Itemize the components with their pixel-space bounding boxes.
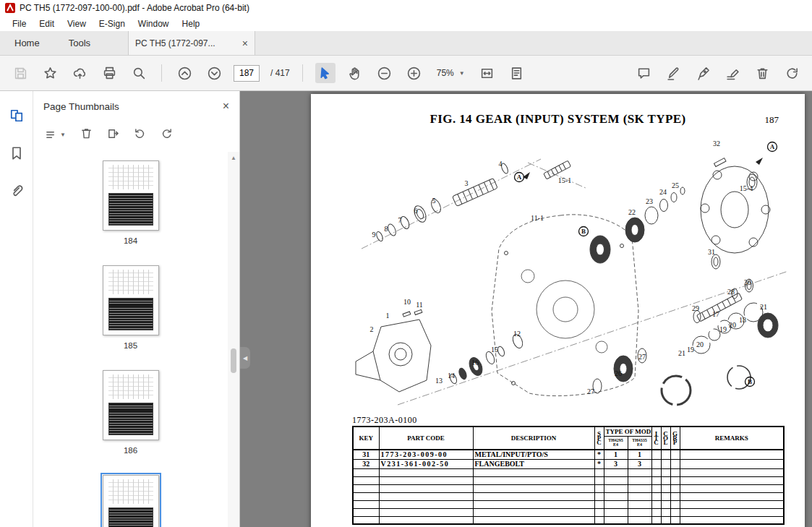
main-area: Page Thumbnails × ▼ bbox=[0, 91, 812, 527]
thumbnails-panel-title: Page Thumbnails bbox=[43, 101, 119, 112]
page-thumbnails-panel-icon[interactable] bbox=[7, 106, 27, 126]
svg-text:8: 8 bbox=[385, 225, 388, 233]
thumbnail-image[interactable] bbox=[103, 370, 159, 440]
select-tool-button[interactable] bbox=[315, 63, 336, 83]
thumbnail-scrollbar[interactable]: ▲ bbox=[228, 152, 239, 527]
tab-close-icon[interactable]: × bbox=[242, 38, 248, 49]
panel-collapse-handle[interactable]: ◀ bbox=[240, 347, 250, 369]
svg-text:11-1: 11-1 bbox=[531, 214, 544, 222]
svg-text:15: 15 bbox=[491, 346, 498, 354]
menu-edit[interactable]: Edit bbox=[33, 19, 61, 29]
svg-text:3: 3 bbox=[465, 179, 469, 187]
window-title: PC TH5 (1772-097-100-00).pdf - Adobe Acr… bbox=[20, 3, 249, 13]
thumbnail-image[interactable] bbox=[103, 475, 159, 527]
page-number-input[interactable] bbox=[234, 65, 260, 82]
menu-view[interactable]: View bbox=[61, 19, 93, 29]
svg-text:1: 1 bbox=[386, 312, 390, 320]
rotate-counterclockwise-button[interactable] bbox=[134, 127, 146, 142]
thumbnail-options-button[interactable]: ▼ bbox=[45, 129, 66, 141]
svg-text:17: 17 bbox=[712, 310, 719, 318]
thumbnail-diagram-sketch bbox=[108, 479, 153, 504]
thumbnail-label: 185 bbox=[124, 341, 137, 350]
svg-text:19: 19 bbox=[719, 325, 727, 333]
svg-text:10: 10 bbox=[403, 298, 411, 306]
panel-close-icon[interactable]: × bbox=[223, 100, 229, 113]
chevron-down-icon: ▼ bbox=[60, 132, 66, 138]
bookmarks-panel-icon[interactable] bbox=[7, 143, 27, 163]
scroll-up-icon[interactable]: ▲ bbox=[228, 152, 239, 163]
thumbnail-delete-button[interactable] bbox=[80, 127, 93, 142]
thumbnail-page-184[interactable]: 184 bbox=[103, 160, 159, 245]
attachments-panel-icon[interactable] bbox=[7, 181, 27, 201]
svg-text:11: 11 bbox=[416, 301, 423, 309]
svg-text:21: 21 bbox=[678, 349, 685, 357]
comment-button[interactable] bbox=[633, 63, 654, 83]
svg-text:18: 18 bbox=[739, 316, 746, 324]
thumbnail-page-185[interactable]: 185 bbox=[103, 265, 159, 350]
svg-text:24: 24 bbox=[659, 188, 667, 196]
svg-text:30: 30 bbox=[744, 278, 751, 286]
print-button[interactable] bbox=[99, 63, 119, 83]
col-header-col: COL bbox=[661, 427, 670, 450]
table-row[interactable]: 311773-203-009-00METAL/INPUT/PTO/S*11 bbox=[353, 450, 784, 459]
highlight-button[interactable] bbox=[663, 63, 683, 83]
col-header-model-a: TH4295 E4 bbox=[604, 436, 628, 450]
parts-table: KEY PART CODE DESCRIPTION SPC TYPE OF MO… bbox=[352, 426, 785, 525]
thumbnail-image[interactable] bbox=[103, 265, 159, 335]
svg-text:A: A bbox=[517, 173, 522, 181]
menu-window[interactable]: Window bbox=[132, 19, 176, 29]
previous-page-button[interactable] bbox=[174, 63, 195, 83]
thumbnail-page-187[interactable]: 187 bbox=[103, 475, 159, 527]
refresh-button[interactable] bbox=[782, 63, 802, 83]
fit-width-button[interactable] bbox=[477, 63, 497, 83]
thumbnail-image[interactable] bbox=[103, 160, 159, 231]
svg-text:20: 20 bbox=[729, 321, 736, 329]
thumbnail-list: 184 185 186 187 bbox=[33, 152, 228, 527]
svg-text:29: 29 bbox=[692, 304, 699, 312]
figure-title: FIG. 14 GEAR (INPUT) SYSTEM (SK TYPE) bbox=[311, 112, 805, 127]
document-view[interactable]: ◀ 187 FIG. 14 GEAR (INPUT) SYSTEM (SK TY… bbox=[240, 91, 812, 527]
extract-pages-button[interactable] bbox=[107, 127, 119, 142]
tab-document[interactable]: PC TH5 (1772-097... × bbox=[128, 31, 255, 55]
next-page-button[interactable] bbox=[204, 63, 224, 83]
zoom-out-button[interactable] bbox=[375, 63, 395, 83]
menu-help[interactable]: Help bbox=[176, 19, 207, 29]
marquee-zoom-button[interactable] bbox=[129, 63, 149, 83]
svg-text:27: 27 bbox=[638, 353, 646, 361]
figure-code: 1773-203A-0100 bbox=[352, 415, 417, 426]
menu-e-sign[interactable]: E-Sign bbox=[93, 19, 132, 29]
svg-text:B: B bbox=[581, 228, 586, 235]
acrobat-logo-icon bbox=[5, 3, 15, 13]
thumbnails-panel: Page Thumbnails × ▼ bbox=[33, 91, 240, 527]
toolbar-right-group bbox=[633, 63, 802, 83]
share-cloud-button[interactable] bbox=[69, 63, 90, 83]
chevron-down-icon: ▼ bbox=[459, 70, 465, 77]
tab-home[interactable]: Home bbox=[0, 31, 54, 55]
zoom-level-dropdown[interactable]: 75% ▼ bbox=[434, 68, 468, 78]
svg-text:22: 22 bbox=[628, 208, 636, 216]
table-row[interactable]: 32V231-361-002-50FLANGEBOLT*33 bbox=[353, 459, 784, 468]
thumbnail-table-sketch bbox=[108, 193, 153, 226]
delete-pages-button[interactable] bbox=[752, 63, 772, 83]
svg-text:B: B bbox=[748, 378, 752, 385]
tab-tools[interactable]: Tools bbox=[54, 31, 105, 55]
hand-tool-button[interactable] bbox=[345, 63, 365, 83]
menu-file[interactable]: File bbox=[6, 19, 33, 29]
fill-sign-button[interactable] bbox=[722, 63, 743, 83]
star-button[interactable] bbox=[40, 63, 60, 83]
left-rail bbox=[0, 91, 33, 527]
col-header-part-code: PART CODE bbox=[379, 427, 473, 450]
thumbnails-toolbar: ▼ bbox=[33, 121, 239, 147]
sign-button[interactable] bbox=[693, 63, 713, 83]
fit-page-button[interactable] bbox=[507, 63, 527, 83]
svg-text:A: A bbox=[770, 143, 775, 150]
exploded-diagram: 415-13215-4AA35678911-122232425B31302829… bbox=[311, 134, 805, 445]
save-button[interactable] bbox=[10, 63, 30, 83]
page-total-label: / 417 bbox=[270, 68, 290, 78]
rotate-clockwise-button[interactable] bbox=[161, 127, 173, 142]
thumbnail-label: 184 bbox=[124, 236, 137, 245]
svg-text:9: 9 bbox=[372, 231, 376, 239]
scrollbar-thumb[interactable] bbox=[231, 348, 236, 373]
zoom-in-button[interactable] bbox=[404, 63, 424, 83]
thumbnail-page-186[interactable]: 186 bbox=[103, 370, 159, 455]
